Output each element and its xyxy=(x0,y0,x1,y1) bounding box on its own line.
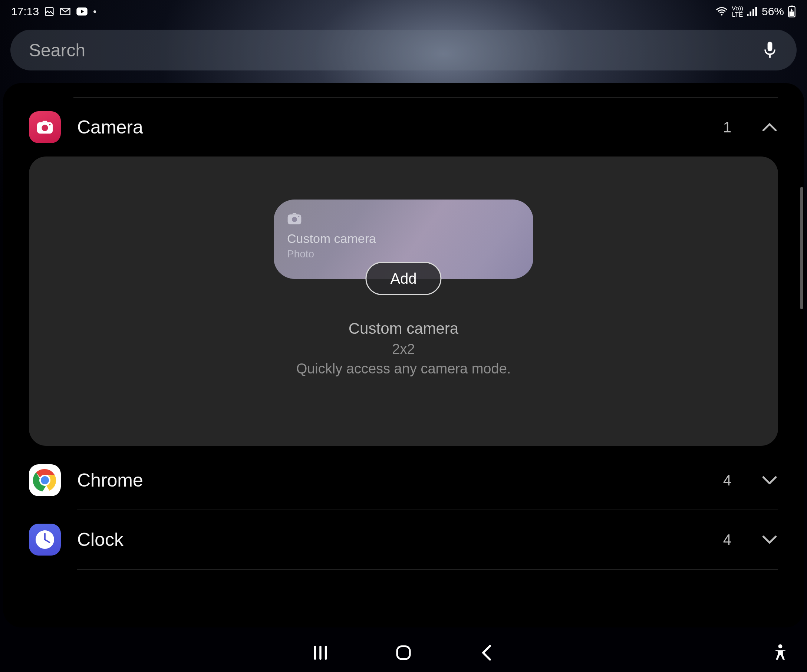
widget-description: Quickly access any camera mode. xyxy=(296,361,511,377)
app-title: Chrome xyxy=(77,470,707,491)
svg-rect-27 xyxy=(397,646,410,659)
app-title: Clock xyxy=(77,529,707,550)
gallery-icon xyxy=(44,6,55,17)
svg-point-16 xyxy=(292,217,297,222)
chevron-down-icon[interactable] xyxy=(761,531,778,548)
gmail-icon xyxy=(60,7,71,16)
voice-search-icon[interactable] xyxy=(761,41,779,59)
app-row-clock[interactable]: Clock 4 xyxy=(29,510,778,569)
svg-rect-6 xyxy=(755,7,757,16)
svg-rect-4 xyxy=(749,12,751,16)
svg-rect-8 xyxy=(790,5,793,7)
widget-expand-area: Custom camera Photo Add Custom camera 2x… xyxy=(29,156,778,446)
widget-count: 1 xyxy=(723,119,731,136)
search-bar[interactable] xyxy=(10,30,797,70)
app-row-chrome[interactable]: Chrome 4 xyxy=(29,451,778,509)
svg-point-17 xyxy=(298,216,299,217)
svg-point-2 xyxy=(721,14,722,16)
scrollbar[interactable] xyxy=(800,187,803,309)
volte-indicator: Vo)) LTE xyxy=(732,5,743,18)
add-widget-button[interactable]: Add xyxy=(365,262,441,295)
chrome-app-icon xyxy=(29,464,61,496)
more-notifications-dot: • xyxy=(93,6,96,17)
svg-rect-9 xyxy=(789,12,794,16)
widget-dimensions: 2x2 xyxy=(296,341,511,357)
widget-count: 4 xyxy=(723,531,731,548)
widget-count: 4 xyxy=(723,472,731,489)
status-bar: 17:13 • Vo)) LTE 56% xyxy=(0,0,807,23)
back-button[interactable] xyxy=(475,641,498,665)
chevron-down-icon[interactable] xyxy=(761,472,778,489)
svg-point-13 xyxy=(42,124,48,131)
svg-rect-10 xyxy=(768,42,772,51)
svg-point-14 xyxy=(49,124,50,125)
chevron-up-icon[interactable] xyxy=(761,119,778,136)
svg-point-28 xyxy=(779,644,782,648)
clock-app-icon xyxy=(29,524,61,556)
svg-rect-3 xyxy=(747,14,749,16)
signal-icon xyxy=(747,7,758,16)
widget-name: Custom camera xyxy=(296,320,511,337)
app-title: Camera xyxy=(77,116,707,138)
camera-app-icon xyxy=(29,111,61,143)
widget-preview-title: Custom camera xyxy=(287,231,520,246)
battery-percent: 56% xyxy=(762,5,784,18)
status-time: 17:13 xyxy=(11,5,39,18)
app-row-camera[interactable]: Camera 1 xyxy=(29,98,778,156)
svg-rect-5 xyxy=(752,9,754,16)
search-input[interactable] xyxy=(29,40,754,60)
recent-apps-button[interactable] xyxy=(309,641,332,665)
widget-preview-subtitle: Photo xyxy=(287,248,520,260)
home-button[interactable] xyxy=(392,641,415,665)
navigation-bar xyxy=(0,634,807,672)
battery-icon xyxy=(788,5,796,17)
widget-list-panel: Camera 1 Custom camera Photo Add xyxy=(3,83,804,627)
camera-icon xyxy=(287,211,302,226)
youtube-icon xyxy=(76,7,88,16)
wifi-icon xyxy=(716,7,728,16)
accessibility-button[interactable] xyxy=(770,642,791,663)
